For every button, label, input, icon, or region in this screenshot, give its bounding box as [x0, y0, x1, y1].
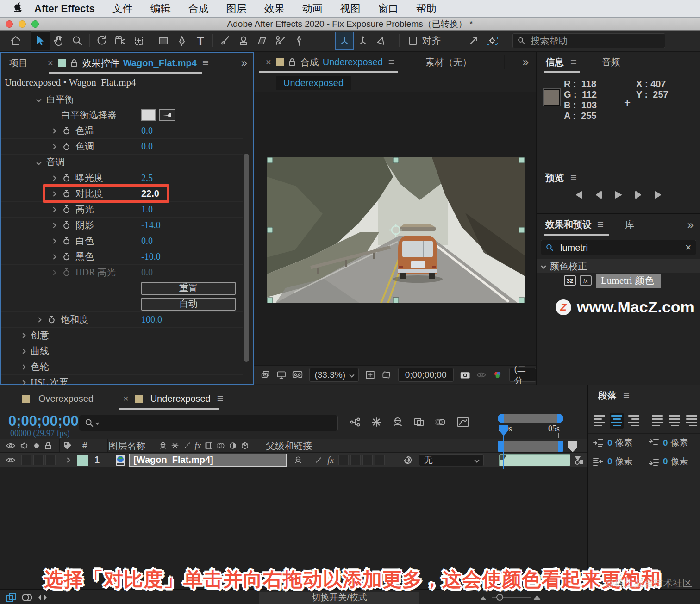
- clip-shifter-icon[interactable]: [573, 455, 584, 466]
- magnification-select[interactable]: (33.3%): [309, 368, 359, 382]
- monitor-icon[interactable]: [277, 370, 286, 380]
- unlock-icon[interactable]: [70, 59, 78, 67]
- snapshot-camera-icon[interactable]: [460, 370, 470, 380]
- navigator-start-handle[interactable]: [498, 414, 504, 423]
- effect-controls-file-name[interactable]: Wagon_Flat.mp4: [123, 58, 197, 68]
- switch-box[interactable]: [375, 455, 385, 465]
- frame-blending-icon[interactable]: [413, 417, 425, 428]
- stopwatch-icon[interactable]: [63, 174, 70, 182]
- menu-help[interactable]: 帮助: [416, 2, 437, 16]
- close-tab-icon[interactable]: ×: [123, 393, 129, 404]
- timeline-search-field[interactable]: [79, 415, 338, 431]
- space-after-field[interactable]: 0 像素: [648, 455, 700, 467]
- video-eye-icon[interactable]: [6, 442, 16, 449]
- last-frame-icon[interactable]: [654, 191, 664, 199]
- layer-clip-bar[interactable]: [499, 454, 570, 466]
- motion-blur-switch-icon[interactable]: [217, 442, 225, 450]
- in-out-panes-icon[interactable]: [37, 592, 48, 603]
- playhead-line[interactable]: [503, 435, 504, 469]
- preview-panel-title[interactable]: 预览: [545, 172, 564, 184]
- tab-audio[interactable]: 音频: [602, 56, 620, 68]
- effects-search-field[interactable]: ×: [541, 240, 696, 255]
- switch-box[interactable]: [338, 455, 349, 465]
- stopwatch-icon[interactable]: [63, 143, 70, 150]
- stopwatch-icon[interactable]: [63, 205, 70, 213]
- resolution-select[interactable]: (二分: [509, 368, 536, 382]
- effect-row-whites[interactable]: 白色 0.0: [1, 233, 243, 249]
- rotation-tool-icon[interactable]: [93, 32, 111, 50]
- layer-label-swatch[interactable]: [77, 455, 88, 466]
- wb-color-swatch[interactable]: [141, 109, 156, 121]
- effect-group-creative[interactable]: 创意: [1, 328, 243, 343]
- help-search-input[interactable]: [531, 36, 660, 46]
- timeline-navigator-bar[interactable]: [498, 414, 563, 423]
- category-color-correction[interactable]: 颜色校正: [537, 259, 700, 273]
- lock-toggle-box[interactable]: [45, 455, 56, 465]
- work-area-end[interactable]: [558, 441, 563, 452]
- hand-tool-icon[interactable]: [50, 32, 68, 50]
- previous-frame-icon[interactable]: [594, 191, 604, 199]
- vertical-scrollbar[interactable]: [244, 154, 249, 362]
- align-center-button[interactable]: [610, 413, 624, 429]
- panel-menu-icon[interactable]: ≡: [570, 56, 577, 68]
- frame-blend-switch-icon[interactable]: [205, 442, 213, 450]
- work-area-start[interactable]: [498, 441, 503, 452]
- always-preview-icon[interactable]: [261, 370, 270, 380]
- column-parent-link[interactable]: 父级和链接: [266, 440, 312, 452]
- layer-rasterize-icon[interactable]: [314, 456, 323, 464]
- clip-fade-handle[interactable]: [500, 455, 506, 460]
- help-search-field[interactable]: [512, 33, 665, 48]
- grid-guides-icon[interactable]: [365, 369, 375, 380]
- tab-info[interactable]: 信息: [545, 56, 564, 68]
- param-value[interactable]: 1.0: [141, 204, 153, 215]
- view-axis-mode-icon[interactable]: [372, 32, 391, 50]
- app-menu-name[interactable]: After Effects: [34, 3, 95, 15]
- effect-controls-tab-label[interactable]: 效果控件: [82, 57, 119, 69]
- timeline-zoom-slider-handle[interactable]: [496, 594, 503, 601]
- snap-checkbox[interactable]: 对齐: [408, 34, 441, 47]
- play-icon[interactable]: [614, 191, 623, 199]
- transfer-modes-icon[interactable]: [21, 592, 32, 603]
- effects-presets-title[interactable]: 效果和预设: [545, 218, 592, 231]
- selection-tool-icon[interactable]: [31, 32, 50, 50]
- show-snapshot-eye-icon[interactable]: [476, 370, 486, 380]
- type-tool-icon[interactable]: T: [191, 32, 210, 50]
- layer-row[interactable]: 1 [Wagon_Flat.mp4] fx 无: [0, 453, 587, 467]
- layer-shy-icon[interactable]: [294, 456, 302, 464]
- pan-behind-tool-icon[interactable]: [130, 32, 148, 50]
- stopwatch-icon[interactable]: [63, 237, 70, 245]
- home-tool-icon[interactable]: [6, 32, 25, 50]
- menu-layer[interactable]: 图层: [226, 2, 247, 16]
- effect-row-saturation[interactable]: 饱和度 100.0: [1, 312, 243, 328]
- rectangle-tool-icon[interactable]: [154, 32, 173, 50]
- roto-brush-tool-icon[interactable]: [271, 32, 290, 50]
- close-panel-icon[interactable]: ×: [266, 57, 271, 68]
- align-right-button[interactable]: [627, 413, 641, 429]
- shy-switch-icon[interactable]: [159, 442, 167, 450]
- fx-switch-icon[interactable]: fx: [195, 441, 201, 451]
- menu-composition[interactable]: 合成: [188, 2, 209, 16]
- effect-item-lumetri[interactable]: 32 fx Lumetri 颜色: [537, 273, 700, 288]
- menu-effect[interactable]: 效果: [264, 2, 285, 16]
- more-panels-icon[interactable]: »: [241, 56, 247, 69]
- stopwatch-icon[interactable]: [63, 127, 70, 135]
- effect-row-blacks[interactable]: 黑色 -10.0: [1, 249, 243, 265]
- lock-icon[interactable]: [44, 442, 52, 450]
- align-left-button[interactable]: [593, 413, 606, 429]
- effects-search-input[interactable]: [560, 243, 685, 253]
- adjustment-switch-icon[interactable]: [229, 442, 237, 450]
- camera-tool-icon[interactable]: [111, 32, 130, 50]
- column-number[interactable]: #: [82, 441, 88, 451]
- panel-color-swatch[interactable]: [58, 59, 66, 67]
- layer-fx-icon[interactable]: fx: [327, 455, 334, 465]
- effect-row-hdr-highlight[interactable]: HDR 高光 0.0: [1, 265, 243, 280]
- solo-icon[interactable]: [34, 443, 39, 448]
- panel-menu-icon[interactable]: ≡: [217, 393, 224, 404]
- effect-group-tone[interactable]: 音调: [1, 155, 243, 170]
- next-frame-icon[interactable]: [633, 191, 644, 199]
- stopwatch-icon[interactable]: [63, 253, 70, 261]
- expand-layer-switches-icon[interactable]: [6, 592, 17, 603]
- justify-last-left-button[interactable]: [650, 413, 664, 429]
- menu-file[interactable]: 文件: [112, 2, 133, 16]
- indent-left-field[interactable]: 0 像素: [593, 437, 648, 449]
